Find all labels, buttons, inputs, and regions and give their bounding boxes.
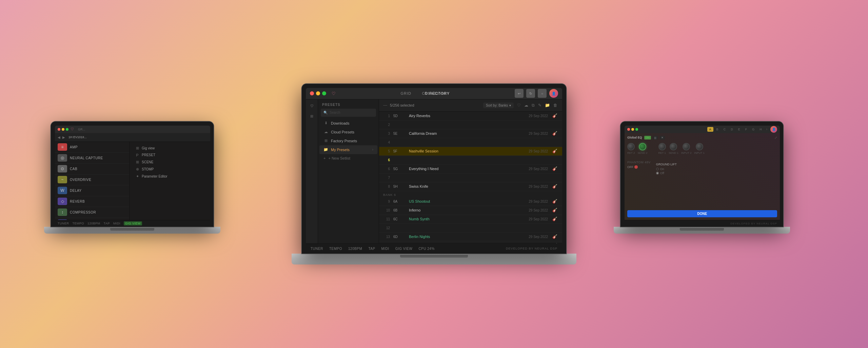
right-tl-red[interactable] (627, 128, 630, 130)
right-tab-d[interactable]: D (729, 127, 735, 131)
preset-row-2[interactable]: 2 (379, 121, 562, 129)
preset-num-9: 9 (383, 200, 390, 203)
right-tl-green[interactable] (635, 128, 638, 130)
left-nav-forward[interactable]: ▶ (62, 135, 65, 139)
dir-edit-btn[interactable]: ✎ (537, 102, 542, 108)
ret2-knob[interactable] (627, 143, 635, 150)
lb-bpm[interactable]: 120BPM (87, 222, 100, 225)
tb-bpm[interactable]: 120BPM (348, 247, 362, 251)
presets-item-downloads[interactable]: ⬇ Downloads (319, 119, 377, 128)
preset-row-13[interactable]: 13 6D Berlin Nights 29 Sep 2022 🎸 (379, 233, 562, 241)
left-tl-red[interactable] (58, 128, 60, 130)
right-tab-b[interactable]: B (714, 127, 721, 131)
tb-midi[interactable]: MIDI (381, 247, 389, 251)
lb-tuner[interactable]: TUNER (58, 222, 69, 225)
right-avatar[interactable]: 👤 (770, 126, 777, 132)
tb-tempo[interactable]: TEMPO (329, 247, 342, 251)
ground-on-radio[interactable] (656, 167, 659, 170)
module-cab-label: CAB (70, 167, 77, 170)
right-tab-h[interactable]: H (757, 127, 764, 131)
tab-grid[interactable]: GRID (401, 91, 412, 95)
lb-tempo[interactable]: TEMPO (73, 222, 84, 225)
module-amp[interactable]: ≡ AMP (55, 142, 129, 152)
right-chevron-icon[interactable]: › (766, 127, 767, 131)
presets-item-my[interactable]: 📁 My Presets › (319, 145, 377, 154)
eq-close-btn[interactable]: ✕ (660, 135, 665, 139)
preset-row-10[interactable]: 10 6B Inferno 29 Sep 2022 🎸 (379, 206, 562, 215)
dir-folder-btn[interactable]: 📁 (544, 102, 551, 108)
module-overdrive[interactable]: ~ OVERDRIVE (55, 174, 129, 185)
gig-scene-item[interactable]: ⊞ SCENE (133, 158, 207, 165)
send1-knob[interactable] (670, 143, 677, 150)
presets-add-setlist[interactable]: + + New Setlist (319, 154, 377, 162)
tl-yellow[interactable] (316, 91, 320, 95)
dir-minus-icon[interactable]: — (383, 103, 387, 108)
module-reverb[interactable]: ◇ REVERB (55, 196, 129, 207)
module-neural[interactable]: ◎ NEURAL CAPTURE (55, 152, 129, 163)
preset-row-7[interactable]: 7 (379, 173, 562, 182)
preset-row-9[interactable]: 9 6A US Shootout 29 Sep 2022 🎸 (379, 197, 562, 206)
redo-icon[interactable]: ↻ (526, 89, 535, 98)
gig-view-item[interactable]: ⊞ Gig view (133, 144, 207, 151)
module-delay[interactable]: W DELAY (55, 185, 129, 196)
gig-preset-item[interactable]: P PRESET (133, 151, 207, 158)
right-tab-a[interactable]: A (707, 127, 713, 131)
phantom-off-dot[interactable] (634, 165, 638, 168)
dir-share-btn[interactable]: ☁ (524, 102, 529, 108)
tl-red[interactable] (310, 91, 314, 95)
lb-tap[interactable]: TAP (104, 222, 110, 225)
left-tl-yellow[interactable] (62, 128, 64, 130)
dir-sort-selector[interactable]: Sort by: Banks ▾ (483, 103, 514, 108)
tb-tap[interactable]: TAP (368, 247, 375, 251)
right-screen: A B C D E F G H › 👤 (625, 125, 780, 226)
gig-param-item[interactable]: ✦ Parameter Editor (133, 172, 207, 180)
user-avatar[interactable]: 👤 (549, 89, 558, 98)
settings-icon[interactable]: ○ (538, 89, 547, 98)
lb-gigview[interactable]: GIG VIEW (124, 221, 142, 225)
eq-bars-btn[interactable]: ||| (653, 135, 658, 139)
presets-search[interactable]: 🔍 Search (321, 109, 376, 117)
lb-midi[interactable]: MIDI (113, 222, 120, 225)
right-tab-g[interactable]: G (750, 127, 756, 131)
dir-actions: ♡ ☁ ⧉ ✎ 📁 🗑 (516, 102, 558, 108)
sidebar-pulse-btn[interactable]: ♡ (308, 102, 316, 110)
tl-green[interactable] (322, 91, 326, 95)
preset-row-4[interactable]: 4 (379, 138, 562, 147)
module-compressor[interactable]: ↕ COMPRESSOR (55, 207, 129, 218)
preset-row-1[interactable]: 1 5D Airy Reverbs 29 Sep 2022 🎸 (379, 112, 562, 121)
ground-off-radio[interactable] (656, 171, 659, 174)
ground-off-option[interactable]: Off (656, 171, 677, 175)
tb-tuner[interactable]: TUNER (311, 247, 323, 251)
right-tab-e[interactable]: E (736, 127, 742, 131)
input1-knob[interactable] (696, 143, 703, 150)
sidebar-grid-btn[interactable]: ⊞ (308, 112, 316, 121)
dir-heart-btn[interactable]: ♡ (516, 102, 521, 108)
eq-expand-icon[interactable]: ⤢ (774, 135, 777, 139)
preset-row-12[interactable]: 12 (379, 224, 562, 233)
undo-icon[interactable]: ↩ (515, 89, 524, 98)
dir-delete-btn[interactable]: 🗑 (553, 102, 558, 108)
right-tl-yellow[interactable] (631, 128, 634, 130)
preset-row-5[interactable]: 5 5F Nashville Session 29 Sep 2022 🎸 (379, 147, 562, 156)
tb-gigview[interactable]: GIG VIEW (395, 247, 413, 251)
gig-stomp-item[interactable]: ⊕ STOMP (133, 165, 207, 172)
preset-row-8[interactable]: 8 5H Swiss Knife 29 Sep 2022 🎸 (379, 182, 562, 191)
dir-copy-btn[interactable]: ⧉ (531, 102, 535, 108)
ret1-knob[interactable] (658, 143, 666, 150)
preset-row-11[interactable]: 11 6C Numb Synth 29 Sep 2022 🎸 (379, 215, 562, 224)
input2-knob[interactable] (683, 143, 690, 150)
right-tab-c[interactable]: C (722, 127, 728, 131)
preset-row-5b[interactable]: 6 (379, 156, 562, 165)
eq-on-button[interactable]: ON (644, 135, 651, 139)
left-tl-green[interactable] (66, 128, 68, 130)
presets-item-cloud[interactable]: ☁ Cloud Presets (319, 128, 377, 136)
preset-row-6[interactable]: 6 5G Everything I Need 29 Sep 2022 🎸 (379, 165, 562, 173)
presets-item-factory[interactable]: ⊞ Factory Presets (319, 136, 377, 145)
done-button[interactable]: DONE (627, 210, 777, 217)
ground-on-option[interactable]: On (656, 167, 677, 170)
send2-knob[interactable] (639, 143, 646, 150)
module-cab[interactable]: ⊙ CAB (55, 163, 129, 174)
right-tab-f[interactable]: F (743, 127, 749, 131)
left-nav-back[interactable]: ◀ (58, 135, 60, 139)
preset-row-3[interactable]: 3 5E California Dream 29 Sep 2022 🎸 (379, 129, 562, 138)
